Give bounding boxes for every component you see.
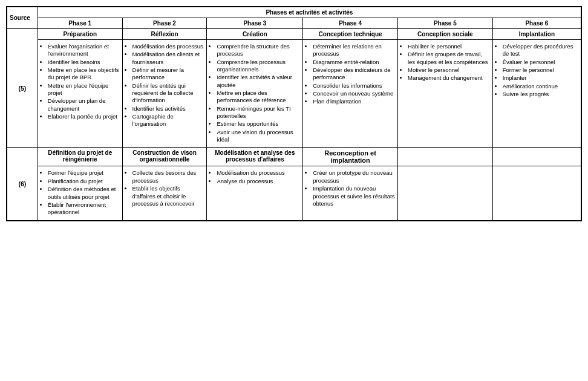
phase4-header: Phase 4 [303, 18, 398, 29]
phase4-name-5: Conception technique [303, 29, 398, 40]
phase4-activities-6: Créer un prototype du nouveau processus … [303, 166, 398, 220]
phase6-empty2-6 [492, 166, 581, 220]
phase6-empty-6 [492, 148, 581, 166]
phase1-activities-5: Évaluer l'organisation et l'environnemen… [38, 40, 122, 148]
source-header: Source [7, 7, 38, 29]
main-table-container: Source Phases et activités et activités … [6, 6, 582, 221]
phase1-name-5: Préparation [38, 29, 122, 40]
phase6-activities-5: Développer des procédures de test Évalue… [492, 40, 581, 148]
et-text: et activités [322, 9, 353, 16]
phase6-header: Phase 6 [492, 18, 581, 29]
phase2-name-5: Réflexion [122, 29, 207, 40]
phase3-activities-5: Comprendre la structure des processus Co… [207, 40, 303, 148]
phase5-empty-6 [397, 148, 492, 166]
phase6-name-5: Implantation [492, 29, 581, 40]
phase3-name-5: Création [207, 29, 303, 40]
phase1-activities-6: Former l'équipe projet Planification du … [38, 166, 122, 220]
phase2-name-6: Construction de vison organisationnelle [122, 148, 207, 166]
phase5-empty2-6 [397, 166, 492, 220]
phase3-activities-6: Modélisation du processus Analyse du pro… [207, 166, 303, 220]
phase5-header: Phase 5 [397, 18, 492, 29]
phase3-header: Phase 3 [207, 18, 303, 29]
source-5: (5) [7, 29, 38, 148]
phase2-activities-6: Collecte des besoins des processus Établ… [122, 166, 207, 220]
phase5-name-5: Conception sociale [397, 29, 492, 40]
phase1-name-6: Définition du projet de réingénierie [38, 148, 122, 166]
phase3-name-6: Modélisation et analyse des processus d'… [207, 148, 303, 166]
phase2-header: Phase 2 [122, 18, 207, 29]
phase5-activities-5: Habiliter le personnel Définir les group… [397, 40, 492, 148]
phase4-activities-5: Déterminer les relations en processus Di… [303, 40, 398, 148]
phases-activites-text: Phases et activités [266, 9, 320, 16]
source-6: (6) [7, 148, 38, 220]
phases-activites-header: Phases et activités et activités [38, 7, 581, 18]
phase2-activities-5: Modélisation des processus Modélisation … [122, 40, 207, 148]
phase4-name-6: Reconception et implantation [303, 148, 398, 166]
phase1-header: Phase 1 [38, 18, 122, 29]
